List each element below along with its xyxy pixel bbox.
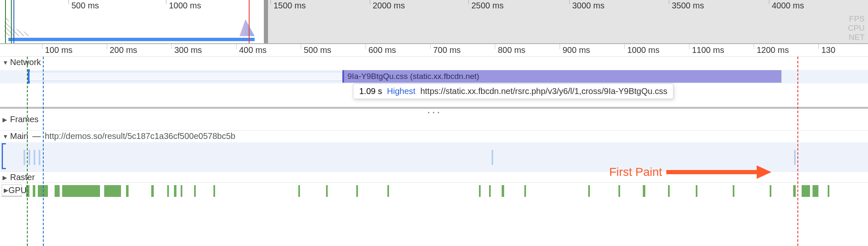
overview-tick: 1500 ms <box>271 0 271 4</box>
gpu-task-bar[interactable] <box>326 185 328 197</box>
gpu-task-bar[interactable] <box>479 185 481 197</box>
gpu-task-bar[interactable] <box>793 185 796 197</box>
overview-tick: 2500 ms <box>468 0 469 4</box>
tooltip-url: https://static.xx.fbcdn.net/rsrc.php/v3/… <box>420 86 667 96</box>
gpu-task-bar[interactable] <box>643 185 645 197</box>
chevron-down-icon[interactable]: ▼ <box>3 133 8 140</box>
track-network-label: Network <box>10 58 41 67</box>
ruler-tick-label: 900 ms <box>563 45 590 55</box>
track-network[interactable]: ▼ Network 9Ia-Y9BtgQu.css (static.xx.fbc… <box>0 57 868 107</box>
ruler-tick-label: 600 ms <box>368 45 396 55</box>
main-task-bar[interactable] <box>39 150 40 165</box>
pane-splitter[interactable]: • • • <box>0 107 868 114</box>
overview-marker-domcontent <box>11 0 12 43</box>
network-request-label: 9Ia-Y9BtgQu.css (static.xx.fbcdn.net) <box>347 72 479 81</box>
overview-tick-label: 2000 ms <box>373 1 405 10</box>
chevron-right-icon[interactable]: ▶ <box>4 187 8 194</box>
track-network-header[interactable]: ▼ Network <box>3 58 41 67</box>
track-gpu-label: GPU <box>8 186 26 195</box>
gpu-task-bar[interactable] <box>104 185 121 197</box>
track-gpu[interactable]: ▶ GPU <box>0 183 868 199</box>
track-gpu-header[interactable]: ▶ GPU <box>2 184 22 197</box>
track-frames-header[interactable]: ▶ Frames <box>3 115 39 124</box>
overview-tick: 3500 ms <box>669 0 669 4</box>
network-waiting-segment[interactable] <box>29 72 342 81</box>
ruler-tick-label: 200 ms <box>110 45 137 55</box>
ruler-tick: 1100 ms <box>689 44 689 49</box>
gpu-task-bar[interactable] <box>387 185 389 197</box>
ruler-tick: 200 ms <box>107 44 107 49</box>
gpu-task-bar[interactable] <box>126 185 129 197</box>
overview-marker-firstpaint <box>249 0 250 43</box>
track-main-header[interactable]: ▼ Main — http://demos.so/result/5c187c1a… <box>3 131 235 141</box>
ruler-tick-label: 400 ms <box>239 45 267 55</box>
gpu-task-bar[interactable] <box>696 185 697 197</box>
chevron-down-icon[interactable]: ▼ <box>3 59 8 66</box>
track-raster-label: Raster <box>10 173 35 182</box>
track-frames-label: Frames <box>10 115 39 124</box>
gpu-task-bar[interactable] <box>194 185 196 197</box>
svg-marker-1 <box>757 165 771 179</box>
gpu-task-bar[interactable] <box>770 185 771 197</box>
overview-network-bar <box>8 38 255 41</box>
main-task-bar[interactable] <box>492 150 493 165</box>
cpu-label: CPU <box>848 24 865 33</box>
ruler-tick: 1000 ms <box>624 44 625 49</box>
main-task-bar[interactable] <box>24 150 25 165</box>
gpu-task-bar[interactable] <box>524 185 526 197</box>
track-main-label: Main <box>10 131 28 141</box>
gpu-task-bar[interactable] <box>802 185 810 197</box>
network-tooltip: 1.09 s Highest https://static.xx.fbcdn.n… <box>353 84 673 99</box>
network-request-bar[interactable]: 9Ia-Y9BtgQu.css (static.xx.fbcdn.net) <box>342 70 781 83</box>
gpu-task-bar[interactable] <box>588 185 590 197</box>
chevron-right-icon[interactable]: ▶ <box>3 116 8 123</box>
ruler-tick: 400 ms <box>236 44 237 49</box>
track-frames[interactable]: ▶ Frames <box>0 114 868 131</box>
overview-marker-load <box>13 0 14 43</box>
ruler-tick: 600 ms <box>366 44 366 49</box>
ruler-tick: 500 ms <box>301 44 301 49</box>
gpu-task-bar[interactable] <box>668 185 670 197</box>
gpu-task-bar[interactable] <box>733 185 734 197</box>
gpu-task-bar[interactable] <box>174 185 176 197</box>
overview-tick: 4000 ms <box>769 0 769 4</box>
chevron-right-icon[interactable]: ▶ <box>3 174 8 181</box>
ruler-tick-label: 700 ms <box>433 45 461 55</box>
gpu-task-bar[interactable] <box>62 185 100 197</box>
track-raster-header[interactable]: ▶ Raster <box>3 173 35 182</box>
track-main-url: http://demos.so/result/5c187c1a36cf500e0… <box>45 131 235 141</box>
main-task-bar[interactable] <box>34 150 35 165</box>
net-label: NET <box>848 33 865 42</box>
main-task-bar[interactable] <box>794 150 796 165</box>
fps-label: FPS <box>848 14 865 24</box>
gpu-task-bar[interactable] <box>813 185 818 197</box>
gpu-task-bar[interactable] <box>33 185 35 197</box>
ruler-tick: 800 ms <box>495 44 495 49</box>
gpu-task-bar[interactable] <box>213 185 215 197</box>
overview-tick-label: 1000 ms <box>169 1 201 10</box>
gpu-task-bar[interactable] <box>828 185 829 197</box>
ruler-tick: 130 <box>818 44 819 49</box>
overview-tick-label: 3000 ms <box>572 1 605 10</box>
gpu-task-bar[interactable] <box>502 185 504 197</box>
gpu-task-bar[interactable] <box>298 185 300 197</box>
overview-timeline[interactable]: 500 ms1000 ms1500 ms2000 ms2500 ms3000 m… <box>0 0 868 44</box>
overview-metric-labels: FPS CPU NET <box>848 14 865 42</box>
gpu-task-bar[interactable] <box>356 185 358 197</box>
gpu-task-bar[interactable] <box>489 185 491 197</box>
gpu-task-bar[interactable] <box>181 185 182 197</box>
overview-tick-label: 500 ms <box>71 1 99 10</box>
gpu-task-bar[interactable] <box>38 185 48 197</box>
gpu-task-bar[interactable] <box>55 185 60 197</box>
gpu-task-bar[interactable] <box>618 185 620 197</box>
tooltip-priority: Highest <box>387 86 416 96</box>
gpu-task-bar[interactable] <box>167 185 169 197</box>
gpu-task-bar[interactable] <box>151 185 154 197</box>
ruler-tick: 700 ms <box>430 44 431 49</box>
gpu-task-bar[interactable] <box>26 185 29 197</box>
overview-marker-domcontent <box>5 0 6 43</box>
ruler-tick-label: 1200 ms <box>757 45 789 55</box>
overview-tick-label: 2500 ms <box>471 1 504 10</box>
detail-ruler[interactable]: 100 ms200 ms300 ms400 ms500 ms600 ms700 … <box>0 44 868 57</box>
main-task-bar[interactable] <box>29 150 30 165</box>
